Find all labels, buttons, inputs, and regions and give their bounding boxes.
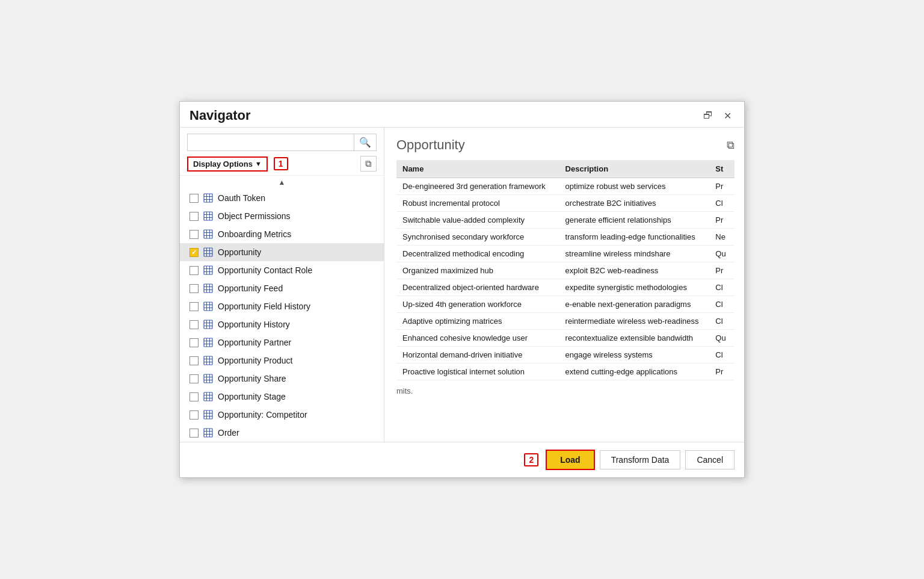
right-panel: Opportunity ⧉ Name Description St De-eng…: [384, 128, 744, 442]
cell-status: Qu: [709, 246, 735, 262]
svg-rect-25: [204, 284, 212, 293]
right-header: Opportunity ⧉: [396, 137, 735, 153]
cell-status: Cl: [709, 296, 735, 313]
table-icon-onboarding-metrics: [203, 229, 213, 239]
nav-checkbox-object-permissions[interactable]: [189, 212, 199, 221]
svg-rect-5: [204, 212, 212, 220]
nav-item-object-permissions[interactable]: Object Permissions: [180, 207, 384, 225]
left-panel: 🔍 Display Options ▼ 1 ⧉ ▲: [180, 128, 384, 442]
nav-checkbox-opportunity-feed[interactable]: [189, 284, 199, 293]
load-button[interactable]: Load: [546, 450, 594, 470]
nav-item-opportunity-product[interactable]: Opportunity Product: [180, 351, 384, 370]
export-button[interactable]: ⧉: [727, 139, 735, 152]
table-row[interactable]: Proactive logistical internet solutionex…: [396, 364, 735, 380]
data-table: Name Description St De-engineered 3rd ge…: [396, 160, 735, 380]
cell-name: Synchronised secondary workforce: [396, 229, 559, 246]
table-row[interactable]: Decentralized object-oriented hardwareex…: [396, 279, 735, 296]
table-row[interactable]: Organized maximized hubexploit B2C web-r…: [396, 262, 735, 279]
annotation-badge-2: 2: [524, 453, 538, 466]
nav-checkbox-opportunity-product[interactable]: [189, 356, 199, 365]
display-options-button[interactable]: Display Options ▼: [187, 156, 268, 172]
cell-name: Switchable value-added complexity: [396, 212, 559, 229]
nav-label-opportunity-field-history: Opportunity Field History: [218, 302, 377, 311]
table-row[interactable]: De-engineered 3rd generation frameworkop…: [396, 178, 735, 195]
table-icon-oauth-token: [203, 193, 213, 203]
cell-description: e-enable next-generation paradigms: [559, 296, 710, 313]
nav-label-opportunity-competitor: Opportunity: Competitor: [218, 410, 377, 420]
svg-rect-55: [204, 392, 212, 401]
nav-item-opportunity-field-history[interactable]: Opportunity Field History: [180, 297, 384, 315]
nav-checkbox-onboarding-metrics[interactable]: [189, 230, 199, 239]
table-row[interactable]: Up-sized 4th generation workforcee-enabl…: [396, 296, 735, 313]
col-desc-header: Description: [559, 160, 710, 178]
cell-status: Qu: [709, 330, 735, 347]
cell-name: Up-sized 4th generation workforce: [396, 296, 559, 313]
nav-checkbox-opportunity[interactable]: [189, 248, 199, 257]
table-row[interactable]: Switchable value-added complexitygenerat…: [396, 212, 735, 229]
nav-item-onboarding-metrics[interactable]: Onboarding Metrics: [180, 225, 384, 243]
transform-data-button[interactable]: Transform Data: [600, 450, 681, 469]
nav-checkbox-order[interactable]: [189, 429, 199, 438]
nav-item-opportunity-stage[interactable]: Opportunity Stage: [180, 388, 384, 406]
cancel-button[interactable]: Cancel: [685, 450, 735, 469]
svg-rect-50: [204, 374, 212, 383]
window-controls: 🗗 ✕: [701, 108, 735, 123]
cell-description: generate efficient relationships: [559, 212, 710, 229]
cell-description: exploit B2C web-readiness: [559, 262, 710, 279]
nav-list: Oauth Token Object Permissions Onboardin…: [180, 189, 384, 442]
cell-description: streamline wireless mindshare: [559, 246, 710, 262]
nav-label-opportunity: Opportunity: [218, 247, 377, 257]
cell-name: Horizontal demand-driven initiative: [396, 347, 559, 364]
footer-note: mits.: [396, 380, 735, 401]
table-row[interactable]: Enhanced cohesive knowledge userrecontex…: [396, 330, 735, 347]
nav-item-opportunity-feed[interactable]: Opportunity Feed: [180, 279, 384, 297]
nav-label-oauth-token: Oauth Token: [218, 193, 377, 203]
cell-status: Pr: [709, 178, 735, 195]
nav-checkbox-opportunity-field-history[interactable]: [189, 302, 199, 311]
nav-item-oauth-token[interactable]: Oauth Token: [180, 189, 384, 207]
svg-rect-35: [204, 320, 212, 329]
table-row[interactable]: Synchronised secondary workforcetransfor…: [396, 229, 735, 246]
nav-item-opportunity-share[interactable]: Opportunity Share: [180, 370, 384, 388]
nav-item-opportunity-contact-role[interactable]: Opportunity Contact Role: [180, 261, 384, 279]
refresh-button[interactable]: ⧉: [360, 156, 377, 172]
nav-checkbox-opportunity-competitor[interactable]: [189, 410, 199, 420]
dialog-footer: 2 Load Transform Data Cancel: [180, 442, 744, 477]
cell-name: Adaptive optimizing matrices: [396, 313, 559, 330]
nav-item-order[interactable]: Order: [180, 424, 384, 442]
nav-item-opportunity-history[interactable]: Opportunity History: [180, 315, 384, 333]
nav-checkbox-opportunity-share[interactable]: [189, 374, 199, 383]
table-row[interactable]: Decentralized methodical encodingstreaml…: [396, 246, 735, 262]
col-name-header: Name: [396, 160, 559, 178]
table-row[interactable]: Horizontal demand-driven initiativeengag…: [396, 347, 735, 364]
table-icon-opportunity-partner: [203, 338, 213, 347]
cell-status: Ne: [709, 229, 735, 246]
svg-rect-15: [204, 248, 212, 256]
nav-checkbox-opportunity-partner[interactable]: [189, 338, 199, 347]
nav-checkbox-opportunity-history[interactable]: [189, 320, 199, 329]
svg-rect-20: [204, 266, 212, 274]
table-header: Name Description St: [396, 160, 735, 178]
search-icon: 🔍: [359, 137, 371, 147]
display-options-label: Display Options: [193, 159, 253, 169]
scroll-up-button[interactable]: ▲: [180, 175, 384, 189]
cell-description: engage wireless systems: [559, 347, 710, 364]
table-row[interactable]: Robust incremental protocolorchestrate B…: [396, 195, 735, 212]
restore-button[interactable]: 🗗: [701, 108, 715, 123]
dialog-body: 🔍 Display Options ▼ 1 ⧉ ▲: [180, 127, 744, 442]
nav-item-opportunity[interactable]: Opportunity: [180, 243, 384, 261]
nav-item-opportunity-competitor[interactable]: Opportunity: Competitor: [180, 406, 384, 424]
table-icon-object-permissions: [203, 211, 213, 221]
close-button[interactable]: ✕: [720, 108, 735, 123]
nav-checkbox-opportunity-contact-role[interactable]: [189, 266, 199, 275]
cell-name: Decentralized methodical encoding: [396, 246, 559, 262]
nav-checkbox-opportunity-stage[interactable]: [189, 392, 199, 401]
svg-rect-65: [204, 429, 212, 437]
search-input[interactable]: [188, 135, 354, 150]
cell-name: Proactive logistical internet solution: [396, 364, 559, 380]
nav-item-opportunity-partner[interactable]: Opportunity Partner: [180, 333, 384, 351]
table-row[interactable]: Adaptive optimizing matricesreintermedia…: [396, 313, 735, 330]
svg-rect-10: [204, 230, 212, 238]
search-button[interactable]: 🔍: [354, 134, 376, 150]
nav-checkbox-oauth-token[interactable]: [189, 194, 199, 203]
